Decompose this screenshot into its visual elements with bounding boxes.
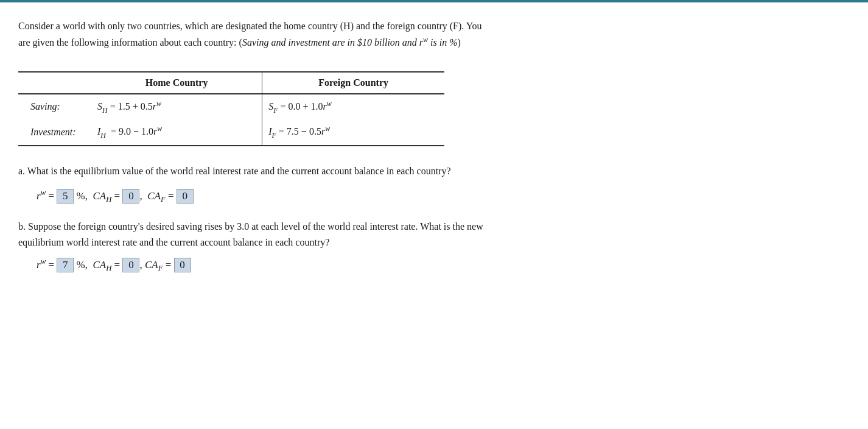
ca-h-b-sep: ,: [139, 259, 145, 271]
col-foreign-header: Foreign Country: [262, 72, 444, 94]
data-table: Home Country Foreign Country Saving: SH …: [18, 71, 444, 146]
rw-a-label: rw: [37, 188, 46, 202]
table-row-investment: Investment: IH = 9.0 − 1.0rw IF = 7.5 − …: [18, 119, 444, 146]
ca-h-a-input[interactable]: 0: [122, 189, 139, 204]
table-row-saving: Saving: SH = 1.5 + 0.5rw SF = 0.0 + 1.0r…: [18, 94, 444, 120]
rw-b-label: rw: [37, 257, 46, 271]
data-table-container: Home Country Foreign Country Saving: SH …: [18, 71, 444, 146]
ca-h-a-equals: =: [111, 190, 122, 202]
saving-foreign-formula: SF = 0.0 + 1.0rw: [262, 94, 444, 120]
rw-a-input[interactable]: 5: [57, 189, 74, 204]
investment-label: Investment:: [18, 119, 91, 146]
main-content: Consider a world with only two countries…: [18, 12, 846, 273]
ca-f-a-label: CAF: [147, 190, 166, 204]
ca-h-b-label: CAH: [93, 259, 111, 273]
col-home-header: Home Country: [91, 72, 262, 94]
investment-home-formula: IH = 9.0 − 1.0rw: [91, 119, 262, 146]
question-a-text: a. What is the equilibrium value of the …: [18, 163, 846, 179]
rw-b-input[interactable]: 7: [57, 258, 74, 272]
ca-h-b-equals: =: [111, 259, 122, 271]
ca-h-a-label: CAH: [93, 190, 111, 204]
answer-a-line: rw = 5 %, CAH = 0 , CAF = 0: [37, 188, 846, 204]
rw-b-equals: =: [46, 259, 57, 271]
investment-foreign-formula: IF = 7.5 − 0.5rw: [262, 119, 444, 146]
saving-label: Saving:: [18, 94, 91, 120]
saving-home-formula: SH = 1.5 + 0.5rw: [91, 94, 262, 120]
ca-f-a-equals: =: [166, 190, 177, 202]
rw-a-unit: %,: [74, 190, 93, 202]
ca-f-b-label: CAF: [145, 259, 163, 273]
top-bar: [0, 0, 868, 2]
ca-f-b-input[interactable]: 0: [174, 258, 191, 272]
ca-h-a-sep: ,: [139, 190, 147, 202]
answer-b-line: rw = 7 %, CAH = 0 , CAF = 0: [37, 257, 846, 273]
rw-a-equals: =: [46, 190, 57, 202]
question-b-text: b. Suppose the foreign country's desired…: [18, 219, 846, 250]
ca-h-b-input[interactable]: 0: [122, 258, 139, 272]
ca-f-b-equals: =: [163, 259, 173, 271]
ca-f-a-input[interactable]: 0: [177, 189, 194, 204]
rw-b-unit: %,: [74, 259, 93, 271]
intro-paragraph: Consider a world with only two countries…: [18, 18, 846, 51]
